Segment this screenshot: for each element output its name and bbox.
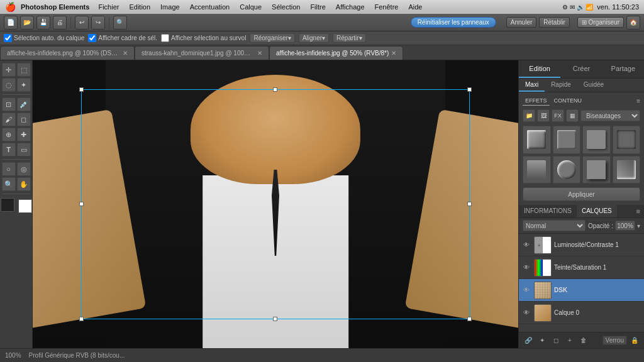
new-layer-icon[interactable]: + xyxy=(564,335,575,346)
effect-texture-icon[interactable]: ▦ xyxy=(566,109,579,122)
effect-thumb-8[interactable] xyxy=(613,156,641,184)
layer-1-visibility[interactable]: 👁 xyxy=(521,263,531,273)
lasso-tool[interactable]: ◌ xyxy=(2,78,16,92)
menu-fichier[interactable]: Fichier xyxy=(94,3,123,11)
healing-tool[interactable]: ✚ xyxy=(17,128,31,141)
menu-image[interactable]: Image xyxy=(157,3,184,11)
apply-button[interactable]: Appliquer xyxy=(523,187,640,201)
effect-thumb-2[interactable] xyxy=(553,126,581,154)
menu-affichage[interactable]: Affichage xyxy=(332,3,369,11)
effects-dropdown[interactable]: Biseautages xyxy=(580,110,640,121)
layers-panel-menu[interactable]: ≡ xyxy=(633,205,644,217)
layer-0-visibility[interactable]: 👁 xyxy=(521,240,531,250)
reorganize-button[interactable]: Réorganiser▾ xyxy=(250,33,294,43)
apple-menu-icon[interactable]: 🍎 xyxy=(5,2,16,12)
open-file-button[interactable]: 📂 xyxy=(20,16,34,30)
layers-tab-calques[interactable]: CALQUES xyxy=(577,205,617,217)
eyedropper-tool[interactable]: 💉 xyxy=(17,97,31,111)
step-forward-button[interactable]: ↪ xyxy=(91,16,105,30)
link-layers-icon[interactable]: 🔗 xyxy=(523,335,534,346)
zoom-in-button[interactable]: 🔍 xyxy=(113,16,127,30)
hand-tool[interactable]: ✋ xyxy=(17,177,31,191)
foreground-color[interactable] xyxy=(1,198,14,212)
text-tool[interactable]: T xyxy=(2,143,16,156)
tab-edition[interactable]: Edition xyxy=(519,60,560,78)
effect-image-icon[interactable]: 🖼 xyxy=(537,109,550,122)
menu-calque[interactable]: Calque xyxy=(236,3,265,11)
print-button[interactable]: 🖨 xyxy=(53,16,67,30)
menu-filtre[interactable]: Filtre xyxy=(306,3,329,11)
effect-folder-icon[interactable]: 📁 xyxy=(523,109,535,122)
menu-selection[interactable]: Sélection xyxy=(268,3,304,11)
layer-item-0[interactable]: 👁 ☀ Luminosité/Contraste 1 xyxy=(519,234,644,256)
crop-tool[interactable]: ⊡ xyxy=(2,97,16,111)
move-tool[interactable]: ✛ xyxy=(2,63,16,77)
menu-fenetre[interactable]: Fenêtre xyxy=(371,3,402,11)
magic-wand-tool[interactable]: ✦ xyxy=(17,78,31,92)
show-frame-option[interactable]: Afficher cadre de sél. xyxy=(88,34,157,42)
brush-tool[interactable]: 🖌 xyxy=(2,112,16,126)
effect-thumb-1[interactable] xyxy=(523,126,551,154)
blur-tool[interactable]: ◎ xyxy=(17,162,31,176)
show-hover-checkbox[interactable] xyxy=(161,34,169,42)
selection-tool[interactable]: ⬚ xyxy=(17,63,31,77)
panel-menu-icon[interactable]: ≡ xyxy=(636,97,640,104)
step-back-button[interactable]: ↩ xyxy=(75,16,89,30)
tab-2[interactable]: affiche-les-infideles.jpg @ 50% (RVB/8*)… xyxy=(269,46,403,60)
menu-accentuation[interactable]: Accentuation xyxy=(186,3,234,11)
zoom-tool[interactable]: 🔍 xyxy=(2,177,16,191)
layer-3-visibility[interactable]: 👁 xyxy=(521,308,531,318)
add-layer-style-icon[interactable]: ✦ xyxy=(536,335,548,346)
tab-0[interactable]: affiche-les-infideles.png @ 100% (DSK, R… xyxy=(0,46,135,60)
undo-button[interactable]: Annuler xyxy=(506,17,536,28)
opacity-arrow[interactable]: ▾ xyxy=(637,222,640,229)
organizer-button[interactable]: ⊞ Organiseur xyxy=(577,17,624,28)
background-color[interactable] xyxy=(18,199,32,213)
add-mask-icon[interactable]: ◻ xyxy=(550,335,562,346)
effect-thumb-4[interactable] xyxy=(613,126,641,154)
layer-item-2[interactable]: 👁 DSK xyxy=(519,279,644,302)
auto-select-checkbox[interactable] xyxy=(4,34,12,42)
lock-icon[interactable]: 🔒 xyxy=(629,335,640,346)
tab-0-close[interactable]: ✕ xyxy=(123,50,128,57)
layer-item-3[interactable]: 👁 Calque 0 xyxy=(519,302,644,324)
menu-edition[interactable]: Edition xyxy=(125,3,154,11)
canvas-area[interactable] xyxy=(33,60,518,348)
redo-button[interactable]: Rétablir xyxy=(539,17,569,28)
subtab-maxi[interactable]: Maxi xyxy=(519,79,545,92)
tab-partage[interactable]: Partage xyxy=(602,60,644,78)
home-button[interactable]: 🏠 xyxy=(626,16,640,30)
tab-1-close[interactable]: ✕ xyxy=(257,50,262,57)
effect-fx-icon[interactable]: FX xyxy=(552,109,564,122)
repartir-button[interactable]: Répartir▾ xyxy=(333,33,366,43)
blend-mode-select[interactable]: Normal xyxy=(523,220,586,231)
auto-select-option[interactable]: Sélection auto. du calque xyxy=(4,34,84,42)
save-button[interactable]: 💾 xyxy=(36,16,50,30)
align-button[interactable]: Aligner▾ xyxy=(299,33,329,43)
dodge-tool[interactable]: ○ xyxy=(2,162,16,176)
reset-panels-button[interactable]: Réinitialiser les panneaux xyxy=(411,17,496,28)
lock-button[interactable]: Verrou xyxy=(602,336,627,345)
clone-stamp-tool[interactable]: ⊕ xyxy=(2,128,16,141)
effect-thumb-5[interactable] xyxy=(523,156,551,184)
effect-thumb-6[interactable] xyxy=(553,156,581,184)
opacity-input[interactable] xyxy=(615,221,635,231)
canvas-image[interactable] xyxy=(33,60,518,348)
layers-tab-info[interactable]: INFORMATIONS xyxy=(519,205,577,217)
layer-item-1[interactable]: 👁 Teinte/Saturation 1 xyxy=(519,256,644,279)
subtab-guidee[interactable]: Guidée xyxy=(577,79,610,92)
new-file-button[interactable]: 📄 xyxy=(4,16,18,30)
effect-thumb-7[interactable] xyxy=(582,156,611,184)
effect-thumb-3[interactable] xyxy=(582,126,611,154)
delete-layer-icon[interactable]: 🗑 xyxy=(578,335,589,346)
show-hover-option[interactable]: Afficher sélection au survol xyxy=(161,34,246,42)
tab-creer[interactable]: Créer xyxy=(560,60,602,78)
menu-aide[interactable]: Aide xyxy=(404,3,426,11)
layer-2-visibility[interactable]: 👁 xyxy=(521,285,531,295)
tab-1[interactable]: strauss-kahn_dominique1.jpg @ 100% (Calq… xyxy=(135,46,269,60)
shape-tool[interactable]: ▭ xyxy=(17,143,31,156)
eraser-tool[interactable]: ◻ xyxy=(17,112,31,126)
tab-2-close[interactable]: ✕ xyxy=(391,50,396,57)
show-frame-checkbox[interactable] xyxy=(88,34,96,42)
subtab-rapide[interactable]: Rapide xyxy=(545,79,577,92)
